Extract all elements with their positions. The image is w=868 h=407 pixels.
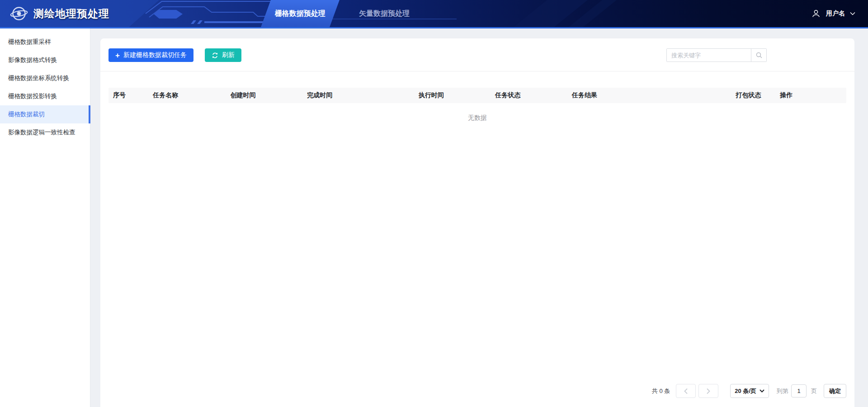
chevron-down-icon bbox=[850, 12, 855, 15]
next-page-button[interactable] bbox=[698, 384, 718, 398]
app-root: 测绘地理预处理 栅格数据预处理 矢量数据预处理 用户名 栅格数据重采样 bbox=[0, 0, 868, 407]
sidebar-item-label: 栅格数据重采样 bbox=[8, 38, 51, 46]
chevron-left-icon bbox=[684, 388, 688, 394]
main-area: + 新建栅格数据裁切任务 刷新 bbox=[90, 28, 868, 407]
task-table-wrap: 序号 任务名称 创建时间 完成时间 执行时间 任务状态 任务结果 打包状态 操作 bbox=[100, 71, 854, 133]
column-header-task-name: 任务名称 bbox=[148, 88, 226, 103]
app-header: 测绘地理预处理 栅格数据预处理 矢量数据预处理 用户名 bbox=[0, 0, 868, 28]
sidebar: 栅格数据重采样 影像数据格式转换 栅格数据坐标系统转换 栅格数据投影转换 栅格数… bbox=[0, 28, 90, 407]
sidebar-item-raster-coordinate-system-conversion[interactable]: 栅格数据坐标系统转换 bbox=[0, 69, 90, 87]
header-circuit-decoration bbox=[0, 0, 868, 28]
column-header-finish-time: 完成时间 bbox=[302, 88, 414, 103]
plus-icon: + bbox=[115, 52, 120, 59]
brand: 测绘地理预处理 bbox=[10, 0, 109, 27]
sidebar-item-label: 栅格数据裁切 bbox=[8, 110, 45, 118]
sidebar-item-label: 栅格数据坐标系统转换 bbox=[8, 74, 69, 82]
sidebar-item-image-logical-consistency-check[interactable]: 影像数据逻辑一致性检查 bbox=[0, 123, 90, 142]
search-icon bbox=[755, 52, 763, 59]
column-header-task-result: 任务结果 bbox=[567, 88, 731, 103]
search-button[interactable] bbox=[751, 49, 766, 62]
empty-state-text: 无数据 bbox=[108, 103, 846, 133]
refresh-button[interactable]: 刷新 bbox=[205, 48, 241, 62]
tab-label: 矢量数据预处理 bbox=[359, 9, 410, 19]
prev-page-button[interactable] bbox=[676, 384, 696, 398]
task-table: 序号 任务名称 创建时间 完成时间 执行时间 任务状态 任务结果 打包状态 操作 bbox=[108, 88, 846, 103]
new-clip-task-button[interactable]: + 新建栅格数据裁切任务 bbox=[108, 48, 193, 62]
globe-orbit-icon bbox=[10, 5, 28, 23]
goto-page-prefix: 到第 bbox=[777, 387, 788, 395]
column-header-exec-time: 执行时间 bbox=[414, 88, 491, 103]
user-icon bbox=[811, 9, 821, 19]
sidebar-item-label: 影像数据格式转换 bbox=[8, 56, 57, 64]
refresh-label: 刷新 bbox=[222, 51, 235, 59]
search-group bbox=[666, 48, 767, 62]
sidebar-item-label: 栅格数据投影转换 bbox=[8, 92, 57, 100]
chevron-right-icon bbox=[706, 388, 711, 394]
page-size-label: 20 条/页 bbox=[735, 387, 756, 395]
header-accent-line bbox=[0, 27, 868, 28]
pagination: 共 0 条 20 条/页 bbox=[652, 384, 846, 398]
search-input[interactable] bbox=[667, 49, 751, 62]
content-card: + 新建栅格数据裁切任务 刷新 bbox=[100, 38, 854, 407]
confirm-page-button[interactable]: 确定 bbox=[824, 384, 846, 398]
column-header-actions: 操作 bbox=[775, 88, 846, 103]
tab-label: 栅格数据预处理 bbox=[275, 9, 326, 19]
new-clip-task-label: 新建栅格数据裁切任务 bbox=[123, 51, 187, 59]
refresh-icon bbox=[212, 52, 218, 59]
column-header-package-status: 打包状态 bbox=[731, 88, 775, 103]
page-body: 栅格数据重采样 影像数据格式转换 栅格数据坐标系统转换 栅格数据投影转换 栅格数… bbox=[0, 28, 868, 407]
app-title: 测绘地理预处理 bbox=[33, 7, 109, 21]
column-header-create-time: 创建时间 bbox=[226, 88, 302, 103]
toolbar: + 新建栅格数据裁切任务 刷新 bbox=[100, 38, 854, 71]
pagination-total: 共 0 条 bbox=[652, 387, 670, 395]
user-name: 用户名 bbox=[826, 9, 845, 18]
sidebar-item-raster-projection-conversion[interactable]: 栅格数据投影转换 bbox=[0, 87, 90, 105]
tab-raster-preprocessing[interactable]: 栅格数据预处理 bbox=[261, 0, 340, 27]
chevron-down-icon bbox=[760, 389, 764, 393]
page-number-input[interactable] bbox=[791, 384, 807, 398]
sidebar-item-label: 影像数据逻辑一致性检查 bbox=[8, 128, 75, 137]
sidebar-item-image-format-conversion[interactable]: 影像数据格式转换 bbox=[0, 51, 90, 69]
sidebar-item-raster-clipping[interactable]: 栅格数据裁切 bbox=[0, 105, 90, 123]
sidebar-item-raster-resampling[interactable]: 栅格数据重采样 bbox=[0, 33, 90, 51]
column-header-task-status: 任务状态 bbox=[491, 88, 567, 103]
column-header-index: 序号 bbox=[108, 88, 148, 103]
page-size-select[interactable]: 20 条/页 bbox=[730, 384, 769, 398]
table-header-row: 序号 任务名称 创建时间 完成时间 执行时间 任务状态 任务结果 打包状态 操作 bbox=[108, 88, 846, 103]
goto-page-suffix: 页 bbox=[811, 387, 817, 395]
tab-vector-preprocessing[interactable]: 矢量数据预处理 bbox=[344, 0, 424, 27]
user-menu[interactable]: 用户名 bbox=[811, 0, 855, 27]
